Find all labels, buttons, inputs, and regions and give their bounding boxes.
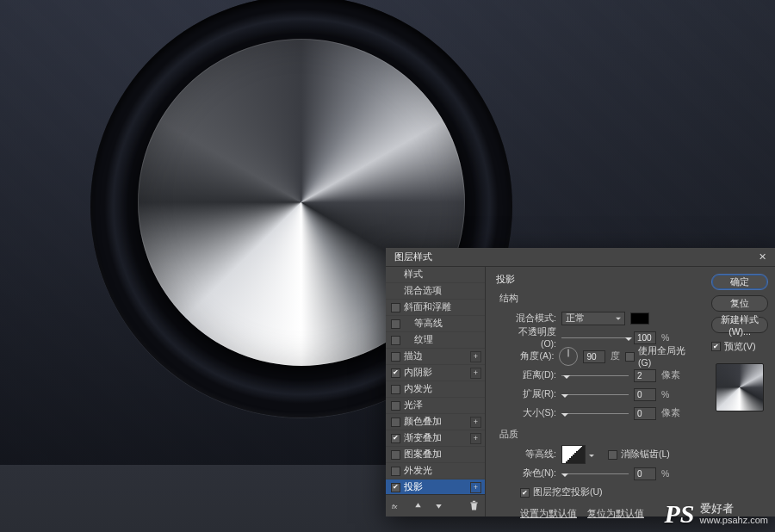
checkbox-icon	[520, 488, 530, 498]
style-item-label: 图案叠加	[404, 448, 481, 461]
style-item-inner-shadow[interactable]: 内阴影+	[386, 365, 485, 381]
noise-slider[interactable]	[561, 467, 629, 479]
styles-footer: fx	[386, 494, 485, 517]
style-item-stroke[interactable]: 描边+	[386, 349, 485, 365]
cancel-button[interactable]: 复位	[711, 295, 768, 312]
style-item-satin[interactable]: 光泽	[386, 398, 485, 414]
size-label: 大小(S):	[503, 407, 556, 419]
plus-icon[interactable]: +	[470, 433, 481, 444]
style-item-patt-ov[interactable]: 图案叠加	[386, 447, 485, 463]
style-item-texture-sub[interactable]: 纹理	[386, 332, 485, 349]
checkbox-icon[interactable]	[391, 368, 400, 378]
distance-row: 距离(D): 像素	[503, 368, 696, 382]
blend-mode-value: 正常	[566, 312, 585, 325]
blending-options-label: 混合选项	[404, 285, 481, 297]
blending-options-row[interactable]: 混合选项	[386, 283, 485, 300]
angle-row: 角度(A): 度 使用全局光(G)	[503, 350, 696, 363]
styles-header-label: 样式	[404, 269, 481, 281]
spread-label: 扩展(R):	[503, 388, 556, 400]
style-item-label: 投影	[404, 481, 467, 493]
knockout-checkbox[interactable]: 图层挖空投影(U)	[520, 486, 603, 498]
watermark-logo: PS	[665, 499, 695, 529]
plus-icon[interactable]: +	[470, 368, 481, 379]
angle-dial[interactable]	[559, 347, 578, 366]
blend-mode-row: 混合模式: 正常	[503, 312, 696, 325]
checkbox-icon[interactable]	[391, 336, 400, 345]
distance-input[interactable]	[634, 369, 656, 382]
contour-row: 等高线: 消除锯齿(L)	[503, 448, 696, 461]
style-item-label: 描边	[404, 350, 467, 362]
blend-mode-select[interactable]: 正常	[561, 312, 625, 325]
distance-slider[interactable]	[561, 369, 629, 381]
style-item-contour-sub[interactable]: 等高线	[386, 316, 485, 332]
structure-subtitle: 结构	[499, 293, 696, 305]
dialog-body: 样式 混合选项 斜面和浮雕等高线纹理描边+内阴影+内发光光泽颜色叠加+渐变叠加+…	[386, 267, 775, 517]
contour-label: 等高线:	[503, 448, 556, 461]
spread-unit: %	[661, 389, 669, 399]
close-button[interactable]: ✕	[754, 250, 770, 265]
plus-icon[interactable]: +	[470, 482, 481, 493]
new-style-button[interactable]: 新建样式(W)...	[711, 317, 768, 333]
checkbox-icon[interactable]	[391, 303, 400, 312]
checkbox-icon[interactable]	[391, 385, 400, 394]
size-input[interactable]	[634, 407, 656, 420]
style-item-outer-glow[interactable]: 外发光	[386, 463, 485, 479]
dialog-titlebar[interactable]: 图层样式 ✕	[386, 248, 775, 267]
size-slider[interactable]	[561, 407, 629, 419]
make-default-button[interactable]: 设置为默认值	[520, 508, 577, 520]
actions-panel: 确定 复位 新建样式(W)... 预览(V)	[704, 267, 775, 517]
fx-menu-icon[interactable]: fx	[391, 500, 403, 512]
opacity-row: 不透明度(O): %	[503, 331, 696, 344]
watermark-title: 爱好者	[700, 503, 768, 515]
checkbox-icon[interactable]	[391, 450, 400, 460]
move-down-icon[interactable]	[432, 500, 444, 512]
styles-panel: 样式 混合选项 斜面和浮雕等高线纹理描边+内阴影+内发光光泽颜色叠加+渐变叠加+…	[386, 267, 486, 517]
noise-label: 杂色(N):	[503, 467, 556, 479]
move-up-icon[interactable]	[412, 500, 424, 512]
knockout-row: 图层挖空投影(U)	[520, 486, 696, 499]
style-item-label: 光泽	[404, 399, 481, 411]
antialias-checkbox[interactable]: 消除锯齿(L)	[608, 448, 670, 461]
svg-text:fx: fx	[392, 503, 398, 510]
noise-unit: %	[661, 468, 669, 479]
shadow-color-swatch[interactable]	[630, 312, 649, 325]
plus-icon[interactable]: +	[470, 351, 481, 362]
checkbox-icon[interactable]	[391, 467, 400, 476]
angle-label: 角度(A):	[503, 350, 554, 362]
style-item-label: 斜面和浮雕	[404, 301, 481, 313]
trash-icon[interactable]	[468, 500, 480, 512]
ok-button[interactable]: 确定	[711, 274, 768, 290]
checkbox-icon[interactable]	[391, 418, 400, 427]
global-light-checkbox[interactable]: 使用全局光(G)	[625, 345, 696, 368]
noise-input[interactable]	[634, 467, 656, 480]
antialias-label: 消除锯齿(L)	[621, 448, 670, 461]
contour-picker[interactable]	[561, 445, 586, 464]
spread-input[interactable]	[634, 388, 656, 401]
opacity-input[interactable]	[634, 331, 656, 344]
reset-default-button[interactable]: 复位为默认值	[587, 508, 644, 520]
close-icon: ✕	[759, 251, 766, 263]
blend-mode-label: 混合模式:	[503, 312, 556, 325]
preview-checkbox[interactable]: 预览(V)	[711, 340, 756, 353]
style-item-label: 纹理	[414, 334, 481, 346]
opacity-slider[interactable]	[561, 331, 629, 343]
checkbox-icon[interactable]	[391, 434, 400, 443]
style-item-grad-ov[interactable]: 渐变叠加+	[386, 430, 485, 447]
distance-label: 距离(D):	[503, 369, 556, 381]
preview-thumbnail	[716, 363, 764, 411]
checkbox-icon[interactable]	[391, 319, 400, 329]
style-item-bevel[interactable]: 斜面和浮雕	[386, 300, 485, 316]
checkbox-icon[interactable]	[391, 352, 400, 362]
spread-slider[interactable]	[561, 388, 629, 400]
checkbox-icon[interactable]	[391, 483, 400, 492]
styles-header-row[interactable]: 样式	[386, 267, 485, 283]
style-item-drop-shadow[interactable]: 投影+	[386, 479, 485, 494]
global-light-label: 使用全局光(G)	[638, 345, 696, 368]
settings-section-title: 投影	[496, 274, 696, 286]
plus-icon[interactable]: +	[470, 417, 481, 428]
style-item-color-ov[interactable]: 颜色叠加+	[386, 414, 485, 430]
checkbox-icon[interactable]	[391, 401, 400, 411]
style-item-inner-glow[interactable]: 内发光	[386, 381, 485, 398]
watermark: PS 爱好者 www.psahz.com	[665, 499, 769, 529]
angle-input[interactable]	[583, 350, 605, 363]
